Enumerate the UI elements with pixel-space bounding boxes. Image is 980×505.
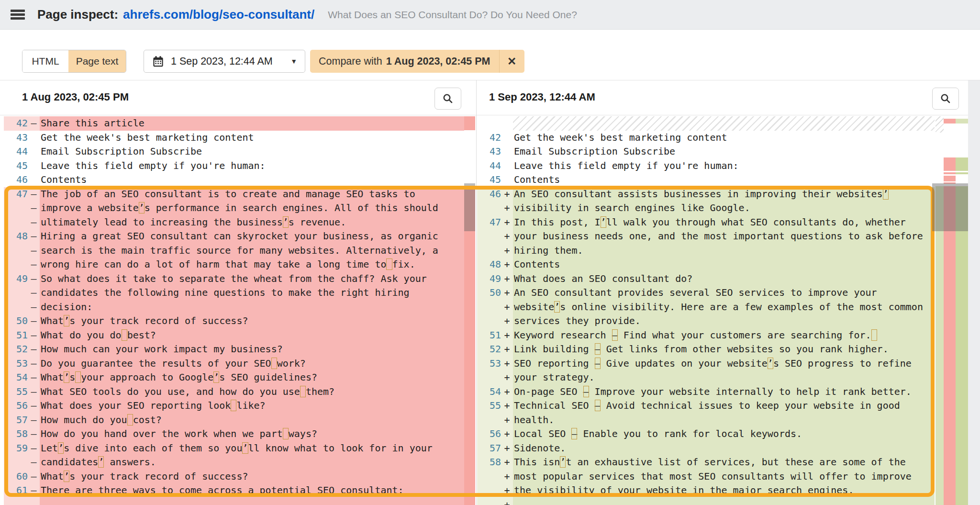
left-pane-title: 1 Aug 2023, 02:45 PM	[22, 91, 129, 103]
diff-line: 58—How do you hand over the work when we…	[4, 427, 464, 441]
char-diff: ’	[283, 216, 289, 228]
line-text	[513, 116, 935, 131]
line-text: Leave this field empty if you're human:	[513, 159, 935, 173]
diff-sign	[501, 145, 513, 159]
diff-line: 48—Hiring a great SEO consultant can sky…	[4, 229, 464, 244]
line-number: 58	[4, 427, 28, 441]
char-diff: –	[595, 358, 601, 369]
diff-line: 57—How much do you cost?	[4, 413, 464, 427]
left-pane-search-button[interactable]	[434, 88, 461, 110]
minimap-removed-mark	[944, 172, 956, 174]
minimap-removed-mark	[944, 119, 956, 123]
line-text: Hiring a great SEO consultant can skyroc…	[40, 229, 464, 244]
char-diff: –	[571, 428, 577, 439]
char-diff	[283, 428, 289, 439]
line-text: Get the week's best marketing content	[40, 131, 464, 145]
line-number: 56	[477, 427, 501, 441]
page-text-tab[interactable]: Page text	[68, 50, 126, 72]
right-pane-search-button[interactable]	[932, 88, 959, 110]
char-diff: ’	[64, 371, 69, 383]
diff-sign: +	[501, 498, 513, 505]
line-number	[477, 314, 501, 328]
char-diff: ’	[139, 202, 145, 213]
diff-line: 55—What SEO tools do you use, and how do…	[4, 385, 464, 399]
diff-sign	[501, 173, 513, 187]
line-text: candidates the following nine questions …	[40, 286, 464, 300]
diff-line: —	[4, 498, 464, 505]
char-diff: ’	[58, 442, 64, 454]
line-text: search is the main traffic source for ma…	[40, 244, 464, 258]
line-text: your strategy.	[513, 370, 935, 385]
line-text: Technical SEO – Avoid technical issues t…	[513, 399, 935, 413]
diff-line: 51—What do you do best?	[4, 328, 464, 343]
diff-line: 42—Share this article	[4, 116, 464, 131]
diff-sign	[28, 159, 40, 173]
char-diff	[300, 386, 306, 397]
diff-sign: +	[501, 413, 513, 427]
diff-sign: —	[28, 187, 40, 202]
line-number	[4, 258, 28, 272]
diff-line: 53—Do you guarantee the results of your …	[4, 357, 464, 371]
line-text: What’s your track record of success?	[40, 470, 464, 484]
line-text: Contents	[40, 173, 464, 187]
line-number	[4, 215, 28, 230]
line-text: How much do you cost?	[40, 413, 464, 427]
line-number	[477, 300, 501, 314]
diff-minimap[interactable]	[944, 115, 968, 505]
html-tab[interactable]: HTML	[22, 50, 68, 72]
line-number	[477, 498, 501, 505]
line-number: 48	[477, 258, 501, 272]
diff-line: 43Email Subscription Subscribe	[477, 145, 935, 159]
close-compare-icon[interactable]: ✕	[499, 50, 524, 73]
inspected-url-link[interactable]: ahrefs.com/blog/seo-consultant/	[123, 7, 314, 22]
char-diff: ’	[64, 315, 69, 326]
search-icon	[442, 93, 454, 104]
char-diff: –	[583, 386, 589, 397]
left-scrollbar-thumb[interactable]	[464, 183, 475, 231]
line-number: 44	[477, 159, 501, 173]
diff-line: 47—The job of an SEO consultant is to cr…	[4, 187, 464, 202]
snapshot-date-dropdown[interactable]: 1 Sep 2023, 12:44 AM ▼	[144, 50, 305, 73]
diff-sign: +	[501, 385, 513, 399]
diff-line: 46+An SEO consultant assists businesses …	[477, 187, 935, 202]
right-pane-diff-scrollbar[interactable]	[935, 115, 944, 505]
search-icon	[940, 93, 951, 104]
compare-with-pill[interactable]: Compare with 1 Aug 2023, 02:45 PM ✕	[310, 50, 524, 73]
minimap-viewport-indicator[interactable]	[932, 183, 968, 231]
diff-sign: +	[501, 370, 513, 385]
line-text: your business needs one, and the most im…	[513, 229, 935, 244]
char-diff: –	[595, 343, 601, 355]
diff-line: —decision:	[4, 300, 464, 314]
char-diff	[871, 329, 877, 341]
diff-sign: +	[501, 286, 513, 300]
line-text: the visibility of your website in the ma…	[513, 483, 935, 498]
line-number: 61	[4, 483, 28, 498]
diff-sign: —	[28, 470, 40, 484]
minimap-added-mark	[956, 157, 968, 171]
line-number: 54	[477, 385, 501, 399]
char-diff: ’	[560, 456, 566, 468]
diff-line: +	[477, 498, 935, 505]
line-number: 50	[477, 286, 501, 300]
compare-date-value: 1 Aug 2023, 02:45 PM	[386, 56, 499, 67]
line-number: 51	[477, 328, 501, 343]
pane-divider	[476, 80, 477, 505]
diff-line: 55+Technical SEO – Avoid technical issue…	[477, 399, 935, 413]
line-number: 59	[4, 441, 28, 456]
line-number	[477, 413, 501, 427]
diff-sign: —	[28, 314, 40, 328]
diff-sign: —	[28, 441, 40, 456]
line-text: Keyword research – Find what your custom…	[513, 328, 935, 343]
diff-sign: +	[501, 357, 513, 371]
line-text: Let’s dive into each of them so you’ll k…	[40, 441, 464, 456]
hamburger-menu-icon[interactable]	[11, 8, 25, 22]
right-pane-title: 1 Sep 2023, 12:44 AM	[489, 91, 595, 103]
left-pane-diff-scrollbar[interactable]	[464, 115, 475, 505]
diff-sign: —	[28, 357, 40, 371]
line-number	[477, 201, 501, 215]
diff-sign: +	[501, 441, 513, 456]
char-diff	[75, 371, 81, 383]
line-text: Email Subscription Subscribe	[40, 145, 464, 159]
line-number: 56	[4, 399, 28, 413]
line-number	[4, 286, 28, 300]
